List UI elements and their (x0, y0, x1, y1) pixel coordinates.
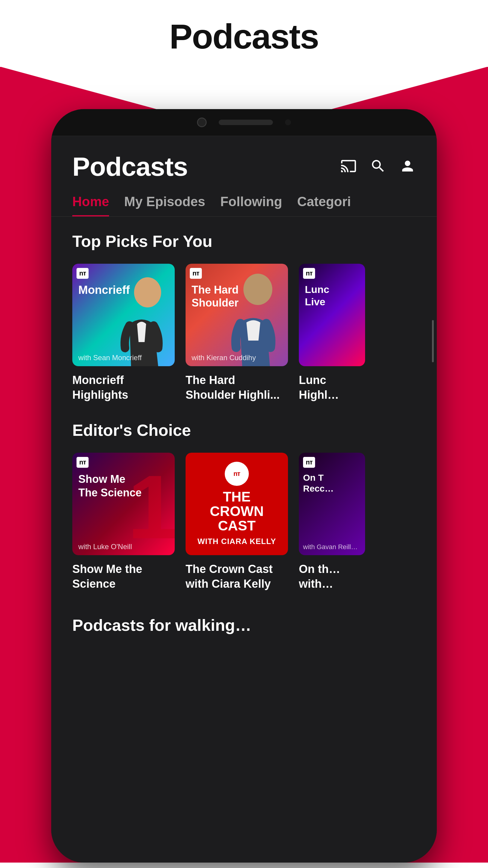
app-header: Podcasts (51, 136, 437, 188)
top-picks-cards: nт Moncrieff (72, 264, 416, 403)
phone-sensor (285, 119, 291, 125)
show-me-science-card[interactable]: nт 1 Show MeThe Science with Luke O'Neil… (72, 453, 175, 592)
tab-my-episodes[interactable]: My Episodes (124, 188, 205, 216)
bottom-section-title: Podcasts for walking… (72, 616, 416, 634)
phone-container: Podcasts (51, 109, 437, 863)
crown-cast-card-image: nт THECROWNCAST WITH CIARA KELLY (186, 453, 288, 555)
crown-cast-label: The Crown Castwith Ciara Kelly (186, 562, 288, 592)
front-camera (197, 118, 207, 127)
scrollbar-hint (432, 320, 434, 362)
tab-home[interactable]: Home (72, 188, 109, 216)
phone-top-bar (51, 109, 437, 136)
phone-screen: Podcasts (51, 136, 437, 863)
on-the-card-image: nт On TRecc… with Gavan Reill… (299, 453, 365, 555)
search-icon[interactable] (370, 158, 386, 176)
tab-following[interactable]: Following (220, 188, 282, 216)
lunc-label: LuncHighl… (299, 373, 365, 403)
editors-choice-cards: nт 1 Show MeThe Science with Luke O'Neil… (72, 453, 416, 592)
crown-cast-circle-logo: nт (225, 462, 249, 486)
lunc-nt-badge: nт (303, 268, 315, 279)
phone-frame: Podcasts (51, 109, 437, 863)
svg-point-1 (243, 274, 272, 305)
crown-cast-card[interactable]: nт THECROWNCAST WITH CIARA KELLY The Cro… (186, 453, 288, 592)
lunc-card[interactable]: nт LuncLive LuncHighl… (299, 264, 365, 403)
on-the-with-text: with Gavan Reill… (303, 543, 358, 551)
moncrieff-card-text: Moncrieff (78, 283, 130, 297)
show-me-nt-badge: nт (76, 457, 89, 468)
moncrieff-nt-badge: nт (76, 268, 89, 279)
on-the-card[interactable]: nт On TRecc… with Gavan Reill… On th…wit… (299, 453, 365, 592)
hard-shoulder-card-text: The HardShoulder (192, 283, 238, 309)
show-me-label: Show Me theScience (72, 562, 175, 592)
hard-shoulder-card-image: nт The HardShoulder (186, 264, 288, 366)
phone-speaker (219, 120, 273, 125)
lunc-card-image: nт LuncLive (299, 264, 365, 366)
tab-categories[interactable]: Categori (297, 188, 351, 216)
hard-shoulder-label: The HardShoulder Highli... (186, 373, 288, 403)
podcasts-for-walking-label: Podcasts for walking… (51, 610, 437, 634)
on-the-card-text: On TRecc… (303, 472, 334, 494)
app-title: Podcasts (72, 151, 188, 182)
page-title: Podcasts (0, 17, 488, 56)
hard-shoulder-nt-badge: nт (190, 268, 202, 279)
page-wrapper: Podcasts Podcasts (0, 0, 488, 868)
show-me-card-image: nт 1 Show MeThe Science with Luke O'Neil… (72, 453, 175, 555)
hard-shoulder-with-text: with Kieran Cuddihy (192, 353, 256, 362)
moncrieff-card-image: nт Moncrieff (72, 264, 175, 366)
header-icons (340, 158, 416, 176)
editors-choice-section: Editor's Choice nт 1 Show MeThe Science … (51, 421, 437, 592)
moncrieff-with-text: with Sean Moncrieff (78, 353, 141, 362)
top-picks-title: Top Picks For You (72, 232, 416, 250)
show-me-with-text: with Luke O'Neill (78, 542, 132, 551)
hard-shoulder-card[interactable]: nт The HardShoulder (186, 264, 288, 403)
red-background: Podcasts (0, 67, 488, 863)
nav-tabs: Home My Episodes Following Categori (51, 188, 437, 217)
moncrieff-card[interactable]: nт Moncrieff (72, 264, 175, 403)
editors-choice-title: Editor's Choice (72, 421, 416, 439)
crown-cast-subtitle: WITH CIARA KELLY (197, 537, 276, 546)
on-the-label: On th…with… (299, 562, 365, 592)
crown-cast-title: THECROWNCAST (210, 490, 264, 533)
page-header: Podcasts (0, 0, 488, 67)
on-the-nt-badge: nт (303, 457, 315, 468)
svg-point-0 (134, 277, 161, 307)
account-icon[interactable] (399, 158, 416, 176)
top-picks-section: Top Picks For You nт Moncrieff (51, 232, 437, 403)
cast-icon[interactable] (340, 158, 357, 176)
show-me-card-text: Show MeThe Science (78, 472, 141, 499)
moncrieff-label: MoncrieffHighlights (72, 373, 175, 403)
lunc-card-text: LuncLive (305, 283, 329, 308)
